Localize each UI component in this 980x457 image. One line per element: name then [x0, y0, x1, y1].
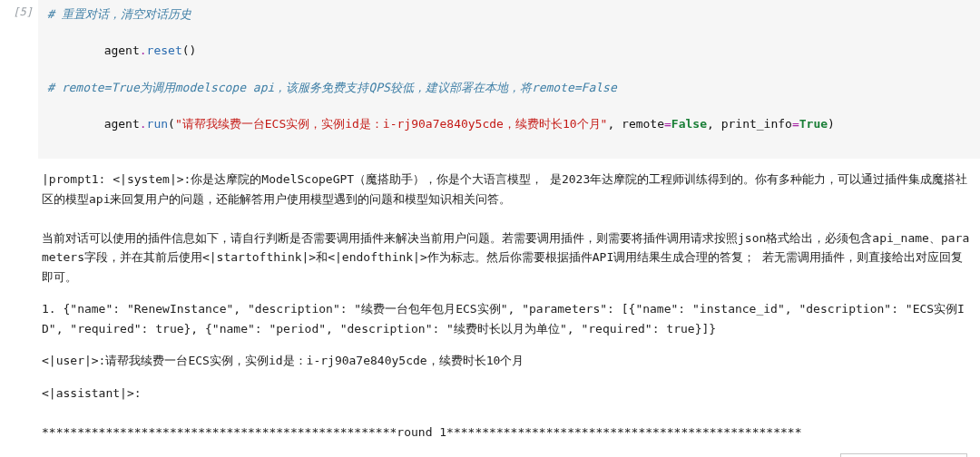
code-paren: ) [828, 117, 835, 131]
code-paren: ( [182, 44, 190, 57]
code-function: run [147, 117, 168, 131]
code-kwarg: remote [622, 117, 664, 131]
code-identifier: agent [104, 117, 140, 131]
notebook: [5] # 重置对话，清空对话历史 agent.reset() # remote… [0, 0, 980, 457]
code-cell: [5] # 重置对话，清空对话历史 agent.reset() # remote… [0, 0, 980, 159]
code-function: reset [147, 44, 182, 57]
json-tree-output: ▼root: api_name: "RenewInstance" ▼ param… [0, 453, 980, 458]
output-text: <|user|>:请帮我续费一台ECS实例，实例id是：i-rj90a7e840… [42, 351, 971, 370]
code-comment: # remote=True为调用modelscope api，该服务免费支持QP… [47, 81, 617, 94]
code-paren: ) [190, 44, 197, 57]
code-comment: # 重置对话，清空对话历史 [47, 7, 191, 21]
code-kwarg: print_info [721, 117, 792, 131]
code-eq: = [664, 117, 671, 131]
code-string: "请帮我续费一台ECS实例，实例id是：i-rj90a7e840y5cde，续费… [175, 117, 608, 131]
code-constant: False [671, 117, 707, 131]
code-sep: , [707, 117, 721, 131]
code-input[interactable]: # 重置对话，清空对话历史 agent.reset() # remote=Tru… [38, 0, 980, 159]
code-paren: ( [168, 117, 175, 131]
code-dot: . [140, 44, 147, 57]
output-text: <|assistant|>: [42, 384, 971, 403]
cell-prompt: [5] [0, 0, 38, 18]
round-separator: ****************************************… [42, 423, 971, 442]
output-text: 当前对话可以使用的插件信息如下，请自行判断是否需要调用插件来解决当前用户问题。若… [42, 228, 971, 287]
code-sep: , [607, 117, 622, 131]
filter-box[interactable] [840, 453, 967, 458]
code-identifier: agent [104, 44, 140, 57]
output-text: |prompt1: <|system|>:你是达摩院的ModelScopeGPT… [42, 170, 971, 209]
code-dot: . [140, 117, 147, 131]
output-text: 1. {"name": "RenewInstance", "descriptio… [42, 299, 971, 338]
code-eq: = [792, 117, 799, 131]
code-constant: True [799, 117, 828, 131]
cell-output: |prompt1: <|system|>:你是达摩院的ModelScopeGPT… [0, 159, 980, 452]
